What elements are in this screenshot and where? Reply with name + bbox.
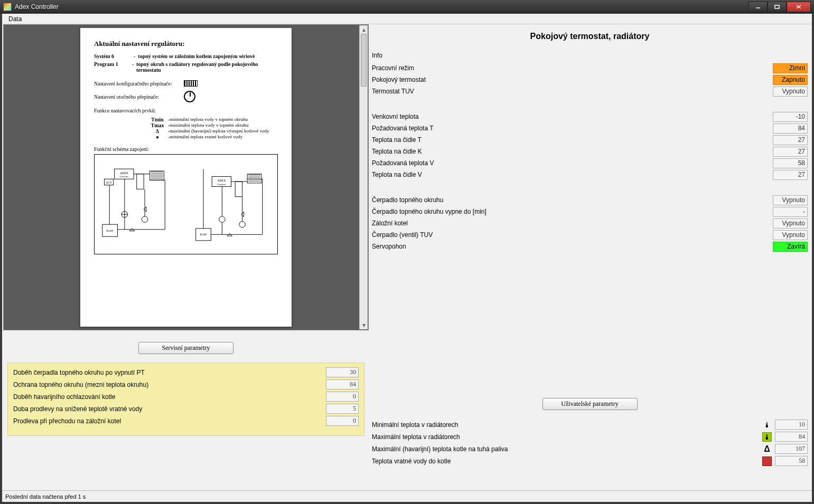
info-value: Vypnuto bbox=[773, 195, 808, 205]
info-value: Vypnuto bbox=[773, 230, 808, 240]
schema-diagram-2: ADEX Comfort Kotel bbox=[191, 159, 273, 250]
dip-switch-icon bbox=[184, 80, 198, 87]
minimize-button[interactable] bbox=[748, 2, 768, 12]
user-param-value[interactable] bbox=[775, 432, 808, 442]
service-param-label: Ochrana topného okruhu (mezní teplota ok… bbox=[13, 381, 326, 388]
info-label: Teplota na čidle V bbox=[372, 171, 773, 178]
user-params-panel: Minimální teplota v radiátorech 🌡 Maximá… bbox=[372, 419, 808, 467]
user-params-button[interactable]: Uživatelské parametry bbox=[542, 398, 638, 410]
service-param-value[interactable] bbox=[326, 416, 359, 426]
svg-marker-35 bbox=[241, 212, 244, 217]
info-label: Pracovní režim bbox=[372, 64, 773, 72]
service-param-label: Doba prodlevy na snížené teplotě vratné … bbox=[13, 405, 326, 413]
svg-text:Kotel: Kotel bbox=[107, 229, 114, 232]
user-param-label: Maximální teplota v radiátorech bbox=[372, 433, 762, 441]
user-param-label: Maximální (havarijní) teplota kotle na t… bbox=[372, 445, 762, 453]
svg-rect-9 bbox=[137, 174, 144, 189]
func-table: Tmin- minimální teplota vody v topném ok… bbox=[147, 117, 278, 140]
info-value: 84 bbox=[773, 123, 808, 134]
window-body: Data Aktuální nastavení regulátoru: Syst… bbox=[2, 14, 812, 502]
svg-rect-25 bbox=[247, 174, 261, 183]
svg-text:TUV: TUV bbox=[106, 181, 113, 184]
program-desc: topný okruh s radiátory regulovaný podle… bbox=[136, 61, 278, 73]
info-label: Požadovaná teplota V bbox=[372, 159, 773, 167]
info-value: 27 bbox=[773, 170, 808, 180]
svg-text:ADEX: ADEX bbox=[120, 172, 129, 175]
maximize-button[interactable] bbox=[768, 2, 787, 12]
info-label: Pokojový termostat bbox=[372, 76, 773, 83]
user-param-value[interactable] bbox=[775, 444, 808, 454]
info-value: Vypnuto bbox=[773, 87, 808, 97]
program-label: Program 1 bbox=[94, 61, 132, 73]
info-value: -10 bbox=[773, 112, 808, 122]
system-desc: topný systém se záložním kotlem zapojený… bbox=[138, 53, 255, 59]
info-group-a: Pracovní režimZimní Pokojový termostatZa… bbox=[372, 62, 808, 99]
svg-text:Comfort: Comfort bbox=[120, 175, 129, 178]
svg-text:Comfort: Comfort bbox=[217, 183, 226, 186]
info-group-b: Venkovní teplota-10 Požadovaná teplota T… bbox=[372, 111, 808, 183]
service-param-value[interactable] bbox=[326, 392, 359, 402]
scroll-thumb[interactable] bbox=[361, 34, 367, 87]
service-param-value[interactable] bbox=[326, 379, 359, 389]
service-param-label: Doběh čerpadla topného okruhu po vypnutí… bbox=[13, 369, 326, 376]
info-value: 27 bbox=[773, 135, 808, 145]
scroll-up-icon[interactable]: ▴ bbox=[360, 25, 368, 34]
service-param-row: Doběh havarijního ochlazování kotle bbox=[10, 391, 362, 403]
info-label: Teplota na čidle T bbox=[372, 136, 773, 144]
info-label: Čerpadlo topného okruhu vypne do [min] bbox=[372, 208, 773, 215]
service-param-row: Doba prodlevy na snížené teplotě vratné … bbox=[10, 403, 362, 415]
service-params-button[interactable]: Servisní parametry bbox=[138, 342, 233, 354]
system-label: Systém 6 bbox=[94, 53, 134, 59]
service-param-label: Doběh havarijního ochlazování kotle bbox=[13, 393, 326, 401]
info-label: Venkovní teplota bbox=[372, 113, 773, 120]
info-label: Požadovaná teplota T bbox=[372, 125, 773, 132]
service-param-value[interactable] bbox=[326, 367, 359, 377]
info-label: Servopohon bbox=[372, 243, 773, 250]
delta-icon: Δ bbox=[762, 444, 772, 454]
page-title: Pokojový termostat, radiátory bbox=[372, 32, 808, 41]
info-value: Zavírá bbox=[773, 242, 808, 252]
schema-title: Funkční schéma zapojení: bbox=[94, 146, 278, 152]
info-label: Čerpadlo topného okruhu bbox=[372, 196, 773, 204]
user-param-value[interactable] bbox=[775, 456, 808, 466]
info-value: Zapnuto bbox=[773, 75, 808, 85]
service-param-row: Prodleva při přechodu na záložní kotel bbox=[10, 415, 362, 427]
info-label: Termostat TUV bbox=[372, 88, 773, 95]
svg-rect-1 bbox=[775, 5, 779, 8]
cfg2-label: Nastavení otočného přepínače: bbox=[94, 94, 184, 100]
user-param-value[interactable] bbox=[775, 420, 808, 430]
user-param-label: Teplota vratné vody do kotle bbox=[372, 458, 762, 465]
document-page: Aktuální nastavení regulátoru: Systém 6 … bbox=[80, 28, 292, 327]
info-value: 27 bbox=[773, 147, 808, 157]
app-icon bbox=[3, 3, 12, 11]
info-label: Záložní kotel bbox=[372, 220, 773, 227]
menu-data[interactable]: Data bbox=[5, 14, 25, 24]
doc-scrollbar[interactable]: ▴ ▾ bbox=[359, 25, 368, 329]
return-temp-icon bbox=[762, 457, 772, 466]
info-label: Teplota na čidle K bbox=[372, 148, 773, 155]
svg-point-18 bbox=[142, 216, 147, 222]
service-param-label: Prodleva při přechodu na záložní kotel bbox=[13, 417, 326, 425]
content: Aktuální nastavení regulátoru: Systém 6 … bbox=[2, 24, 812, 490]
func-title: Funkce nastavovacích prvků: bbox=[94, 108, 278, 113]
info-value: Zimní bbox=[773, 63, 808, 73]
service-param-row: Doběh čerpadla topného okruhu po vypnutí… bbox=[10, 366, 362, 378]
window-title: Adex Controller bbox=[15, 3, 748, 11]
thermo-max-icon: 🌡 bbox=[762, 432, 772, 442]
scroll-down-icon[interactable]: ▾ bbox=[360, 321, 368, 329]
service-param-row: Ochrana topného okruhu (mezní teplota ok… bbox=[10, 378, 362, 391]
service-param-value[interactable] bbox=[326, 404, 359, 414]
statusbar: Poslední data načtena před 1 s bbox=[2, 490, 812, 502]
service-params-panel: Doběh čerpadla topného okruhu po vypnutí… bbox=[7, 363, 364, 436]
info-value: 58 bbox=[773, 158, 808, 168]
right-column: Pokojový termostat, radiátory Info Praco… bbox=[372, 24, 812, 490]
titlebar: Adex Controller bbox=[0, 0, 814, 14]
info-label: Čerpadlo (ventil) TUV bbox=[372, 231, 773, 239]
svg-rect-24 bbox=[235, 182, 242, 197]
user-param-label: Minimální teplota v radiátorech bbox=[372, 421, 762, 429]
svg-text:ADEX: ADEX bbox=[217, 179, 226, 182]
window-controls bbox=[748, 2, 811, 12]
info-value: - bbox=[773, 207, 808, 217]
close-button[interactable] bbox=[787, 2, 811, 12]
svg-rect-10 bbox=[150, 171, 164, 180]
